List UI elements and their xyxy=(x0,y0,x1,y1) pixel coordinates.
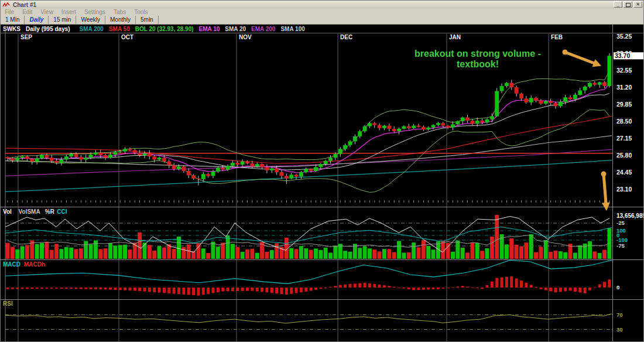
macd-hist-bar xyxy=(192,288,195,295)
candle-body xyxy=(69,154,73,156)
volume-bar xyxy=(455,241,460,259)
volume-bar xyxy=(265,252,269,259)
macd-hist-bar xyxy=(246,288,249,291)
menu-item-file[interactable]: File xyxy=(1,9,18,16)
candle-body xyxy=(138,153,142,155)
candle-body xyxy=(270,169,274,170)
volume-scale-label: -25 xyxy=(616,220,625,226)
volume-bar xyxy=(206,253,210,259)
candle-body xyxy=(441,123,445,125)
candle-body xyxy=(113,152,117,155)
volume-bar xyxy=(35,244,39,259)
restore-button[interactable] xyxy=(624,1,632,8)
arrow-shaft xyxy=(565,52,594,63)
macd-hist-bar xyxy=(447,288,450,288)
macd-hist-bar xyxy=(588,288,591,290)
menu-item-edit[interactable]: Edit xyxy=(18,9,36,16)
volume-bar xyxy=(412,242,416,259)
macd-hist-bar xyxy=(36,288,39,289)
volume-bar xyxy=(318,250,323,259)
price-tick-label: 31.20 xyxy=(616,84,632,91)
macd-hist-bar xyxy=(354,283,357,288)
candle-body xyxy=(500,86,504,91)
tab-1-min[interactable]: 1 Min xyxy=(1,16,25,24)
annotation-text-line2[interactable]: textbook! xyxy=(457,59,499,69)
annotation-text-line1[interactable]: breakout on strong volume - xyxy=(415,49,541,59)
menu-item-tabs[interactable]: Tabs xyxy=(109,9,130,16)
tab-daily[interactable]: Daily xyxy=(25,16,49,24)
macd-hist-bar xyxy=(275,288,278,293)
macd-hist-bar xyxy=(402,288,405,289)
macd-hist-bar xyxy=(348,284,351,288)
menu-item-view[interactable]: View xyxy=(36,9,57,16)
volume-bar xyxy=(402,252,406,259)
volsma-line xyxy=(8,235,609,248)
arrow-shaft xyxy=(604,174,606,203)
menu-item-tools[interactable]: Tools xyxy=(130,9,152,16)
month-label: NOV xyxy=(239,34,252,40)
volume-bar xyxy=(94,241,98,259)
macd-hist-bar xyxy=(388,286,390,288)
macd-hist-bar xyxy=(422,288,425,290)
candle-body xyxy=(509,83,513,87)
candle-body xyxy=(299,172,303,177)
volume-bar xyxy=(588,241,592,259)
candle-body xyxy=(318,164,323,167)
volume-bar xyxy=(461,248,465,259)
menu-item-insert[interactable]: Insert xyxy=(57,9,80,16)
minimize-button[interactable]: _ xyxy=(614,1,622,8)
chart-window: Chart #1 _ ✕ FileEditViewInsertSettingsT… xyxy=(0,0,644,342)
breakout-arrow[interactable] xyxy=(563,50,602,67)
macd-hist-bar xyxy=(358,283,361,288)
candle-body xyxy=(490,116,494,119)
macd-hist-bar xyxy=(373,284,376,288)
tab-weekly[interactable]: Weekly xyxy=(76,16,105,24)
overlay-sma-100 xyxy=(5,136,612,167)
macd-hist-bar xyxy=(530,285,533,288)
window-title: Chart #1 xyxy=(13,2,36,8)
macd-hist-bar xyxy=(314,288,317,290)
candle-body xyxy=(54,161,59,163)
volume-bar xyxy=(50,250,54,259)
candle-body xyxy=(172,165,176,169)
chart-canvas[interactable]: SEPOCTNOVDECJANFEB-251000-100-75VolVolSM… xyxy=(1,25,644,342)
tab-monthly[interactable]: Monthly xyxy=(105,16,136,24)
macd-hist-bar xyxy=(544,288,547,290)
candle-body xyxy=(167,162,171,165)
volume-bar xyxy=(363,247,367,259)
tab-5min[interactable]: 5min xyxy=(136,16,159,24)
candle-body xyxy=(30,159,34,161)
rsi-label: RSI xyxy=(3,300,13,307)
arrow-head xyxy=(602,202,610,211)
volume-bar xyxy=(387,249,391,259)
title-bar[interactable]: Chart #1 _ ✕ xyxy=(1,1,643,9)
macd-hist-bar xyxy=(598,285,601,288)
volume-bar xyxy=(270,250,274,259)
macd-hist-bar xyxy=(74,288,77,289)
macd-hist-bar xyxy=(461,286,464,288)
volume-bar xyxy=(534,252,538,259)
macd-hist-bar xyxy=(187,288,190,295)
candle-body xyxy=(235,163,239,165)
volume-arrow[interactable] xyxy=(601,172,610,211)
volume-bar xyxy=(187,244,191,259)
candle-body xyxy=(289,175,293,178)
volume-bar xyxy=(226,235,230,259)
macd-hist-bar xyxy=(16,288,19,289)
candle-body xyxy=(607,56,611,86)
close-button[interactable]: ✕ xyxy=(633,1,642,8)
candle-body xyxy=(485,119,489,122)
macd-hist-bar xyxy=(26,288,29,289)
volume-bar xyxy=(299,246,303,259)
gridlines-layer: SEPOCTNOVDECJANFEB xyxy=(1,25,644,342)
candle-body xyxy=(480,121,484,122)
menu-item-settings[interactable]: Settings xyxy=(80,9,109,16)
price-tick-label: 32.55 xyxy=(616,67,632,74)
volume-bar xyxy=(128,249,132,259)
macd-hist-bar xyxy=(344,285,347,288)
tab-15-min[interactable]: 15 min xyxy=(49,16,76,24)
candle-body xyxy=(241,162,245,165)
macd-hist-bar xyxy=(393,287,396,288)
volume-bar xyxy=(431,249,436,259)
macd-hist-bar xyxy=(40,288,43,289)
